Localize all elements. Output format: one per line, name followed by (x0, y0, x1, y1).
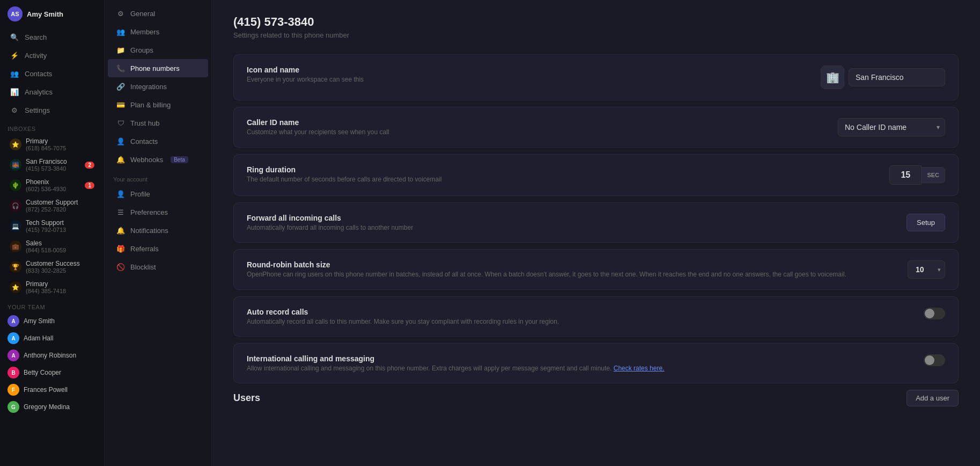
team-betty[interactable]: B Betty Cooper (0, 364, 104, 381)
team-anthony[interactable]: A Anthony Robinson (0, 347, 104, 364)
mid-nav-preferences[interactable]: ☰ Preferences (108, 203, 208, 221)
round-robin-control: 5 10 15 20 (908, 260, 945, 279)
inbox-info-sf: San Francisco (415) 573-3840 (26, 158, 80, 172)
caller-id-label: Caller ID name (247, 118, 827, 127)
auto-record-label: Auto record calls (247, 308, 913, 316)
caller-id-control: No Caller ID name San Francisco Custom (838, 118, 945, 136)
icon-name-desc: Everyone in your workspace can see this (247, 76, 810, 83)
mid-nav-integrations-label: Integrations (130, 83, 167, 91)
round-robin-info: Round-robin batch size OpenPhone can rin… (247, 260, 897, 278)
notifications-icon: 🔔 (116, 226, 125, 235)
mid-nav-groups[interactable]: 📁 Groups (108, 41, 208, 59)
webhooks-icon: 🔔 (116, 155, 125, 164)
mid-nav-phone-numbers[interactable]: 📞 Phone numbers (108, 59, 208, 77)
auto-record-toggle[interactable] (924, 308, 945, 319)
icon-name-info: Icon and name Everyone in your workspace… (247, 65, 810, 83)
round-robin-select[interactable]: 5 10 15 20 (908, 260, 945, 279)
mid-nav-trust-label: Trust hub (130, 119, 159, 127)
setup-button[interactable]: Setup (907, 214, 945, 231)
round-robin-select-wrapper: 5 10 15 20 (908, 260, 945, 279)
mid-nav-contacts[interactable]: 👤 Contacts (108, 132, 208, 150)
icon-name-label: Icon and name (247, 65, 810, 74)
nav-search-label: Search (25, 33, 47, 41)
mid-nav-phone-label: Phone numbers (130, 64, 180, 72)
nav-activity[interactable]: ⚡ Activity (2, 46, 102, 64)
mid-nav-preferences-label: Preferences (130, 208, 168, 216)
mid-nav-profile[interactable]: 👤 Profile (108, 185, 208, 203)
forward-calls-desc: Automatically forward all incoming calls… (247, 224, 896, 231)
mid-nav-referrals[interactable]: 🎁 Referrals (108, 239, 208, 258)
icon-name-control: 🏢 (821, 65, 945, 89)
nav-settings[interactable]: ⚙ Settings (2, 101, 102, 119)
inbox-info-primary2: Primary (844) 385-7418 (26, 280, 94, 294)
mid-nav-integrations[interactable]: 🔗 Integrations (108, 77, 208, 96)
caller-id-select-wrapper: No Caller ID name San Francisco Custom (838, 118, 945, 136)
mid-nav-notifications[interactable]: 🔔 Notifications (108, 221, 208, 239)
section-ring-duration: Ring duration The default number of seco… (233, 154, 959, 196)
inbox-icon-sf: 🌉 (10, 159, 21, 171)
contacts-mid-icon: 👤 (116, 137, 125, 145)
international-toggle[interactable] (924, 354, 945, 366)
blocklist-icon: 🚫 (116, 263, 125, 271)
section-international: International calling and messaging Allo… (233, 343, 959, 383)
team-amy[interactable]: A Amy Smith (0, 312, 104, 330)
mid-nav-webhooks[interactable]: 🔔 Webhooks Beta (108, 150, 208, 169)
mid-nav-trust-hub[interactable]: 🛡 Trust hub (108, 114, 208, 132)
nav-activity-label: Activity (25, 52, 47, 60)
round-robin-desc: OpenPhone can ring users on this phone n… (247, 271, 897, 278)
inbox-icon-primary2: ⭐ (10, 281, 21, 293)
forward-calls-label: Forward all incoming calls (247, 214, 896, 222)
nav-contacts[interactable]: 👥 Contacts (2, 64, 102, 83)
inbox-tech-support[interactable]: 💻 Tech Support (415) 792-0713 (2, 216, 102, 236)
users-title: Users (233, 392, 260, 404)
caller-id-select[interactable]: No Caller ID name San Francisco Custom (838, 118, 945, 136)
team-adam[interactable]: A Adam Hall (0, 330, 104, 347)
auto-record-control (924, 308, 945, 319)
icon-preview[interactable]: 🏢 (821, 65, 844, 89)
inbox-info-phoenix: Phoenix (602) 536-4930 (26, 178, 80, 192)
ring-duration-input[interactable] (889, 165, 922, 185)
team-gregory[interactable]: G Gregory Medina (0, 398, 104, 416)
members-icon: 👥 (116, 27, 125, 36)
mid-nav-profile-label: Profile (130, 190, 150, 198)
nav-analytics[interactable]: 📊 Analytics (2, 83, 102, 101)
international-info: International calling and messaging Allo… (247, 354, 913, 372)
main-content: (415) 573-3840 Settings related to this … (212, 0, 980, 466)
mid-nav-blocklist[interactable]: 🚫 Blocklist (108, 258, 208, 276)
activity-icon: ⚡ (10, 50, 19, 60)
team-avatar-amy: A (8, 315, 19, 327)
inbox-sales[interactable]: 💼 Sales (844) 518-0059 (2, 236, 102, 257)
inboxes-section-title: Inboxes (0, 119, 104, 134)
badge-sf: 2 (85, 162, 94, 169)
mid-nav-general-label: General (130, 10, 155, 18)
caller-id-info: Caller ID name Customize what your recip… (247, 118, 827, 136)
inbox-icon-primary: ⭐ (10, 139, 21, 150)
inbox-customer-success[interactable]: 🏆 Customer Success (833) 302-2825 (2, 257, 102, 277)
inbox-customer-support[interactable]: 🎧 Customer Support (872) 252-7820 (2, 195, 102, 216)
inbox-icon-phoenix: 🌵 (10, 179, 21, 191)
add-user-button[interactable]: Add a user (907, 390, 959, 406)
inbox-san-francisco[interactable]: 🌉 San Francisco (415) 573-3840 2 (2, 155, 102, 175)
check-rates-link[interactable]: Check rates here. (614, 365, 665, 372)
nav-search[interactable]: 🔍 Search (2, 28, 102, 46)
page-subtitle: Settings related to this phone number (233, 31, 959, 39)
mid-nav-members[interactable]: 👥 Members (108, 23, 208, 41)
trust-hub-icon: 🛡 (116, 119, 125, 127)
user-header[interactable]: AS Amy Smith (0, 0, 104, 28)
inbox-primary[interactable]: ⭐ Primary (618) 845-7075 (2, 134, 102, 155)
inbox-info-csuccess: Customer Success (833) 302-2825 (26, 260, 94, 274)
inbox-phoenix[interactable]: 🌵 Phoenix (602) 536-4930 1 (2, 175, 102, 195)
inbox-info-ts: Tech Support (415) 792-0713 (26, 219, 94, 233)
mid-nav-contacts-label: Contacts (130, 137, 158, 145)
international-control (924, 354, 945, 366)
mid-nav-general[interactable]: ⚙ General (108, 4, 208, 23)
inbox-primary2[interactable]: ⭐ Primary (844) 385-7418 (2, 277, 102, 297)
account-section-title: Your account (105, 169, 211, 185)
mid-nav-plan-billing[interactable]: 💳 Plan & billing (108, 96, 208, 114)
team-frances[interactable]: F Frances Powell (0, 381, 104, 398)
general-icon: ⚙ (116, 9, 125, 18)
mid-nav-referrals-label: Referrals (130, 245, 159, 253)
name-input[interactable] (849, 68, 945, 86)
section-forward-calls: Forward all incoming calls Automatically… (233, 202, 959, 243)
settings-icon: ⚙ (10, 105, 19, 115)
